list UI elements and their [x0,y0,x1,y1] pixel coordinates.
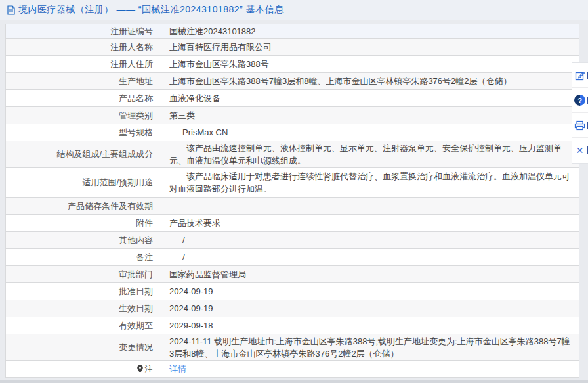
table-row: 管理类别 第三类 [6,107,579,124]
table-row: 注册证编号 国械注准20243101882 [6,24,579,39]
note-label: 注 [144,364,153,374]
row-label: 有效期至 [6,317,161,334]
table-row: 结构及组成/主要组成成分 该产品由流速控制单元、液体控制单元、显示单元、注射器泵… [6,141,579,168]
intended-use-text: 该产品临床适用于对患者进行连续性肾脏代替治疗、血浆置换治疗和血液灌流治疗。血液加… [169,170,571,195]
row-label: 审批部门 [6,266,161,283]
row-label: 生产地址 [6,73,161,90]
table-row: 注册人名称 上海百特医疗用品有限公司 [6,39,579,56]
composition-text: 该产品由流速控制单元、液体控制单元、显示单元、注射器泵单元、安全保护控制单元、压… [169,142,571,167]
edit-correction-button[interactable] [572,63,588,88]
row-value: 该产品临床适用于对患者进行连续性肾脏代替治疗、血浆置换治疗和血液灌流治疗。血液加… [161,168,579,198]
floating-side-toolbar: ? ✕ [572,62,588,164]
row-value [161,198,579,215]
row-value: 详情 [161,361,579,378]
row-label: 产品储存条件及有效期 [6,198,161,215]
help-button[interactable]: ? [572,88,588,113]
row-value: 第三类 [161,107,579,124]
edit-icon [574,70,585,81]
page-header: 境内医疗器械（注册） —— “国械注准20243101882” 基本信息 [0,0,588,20]
row-value: / [161,232,579,249]
row-label: 注 [6,361,161,378]
row-value: PrisMax CN [161,124,579,141]
table-row: 注册人住所 上海市金山区亭朱路388号 [6,56,579,73]
row-value: 产品技术要求 [161,215,579,232]
row-value: 国家药品监督管理局 [161,266,579,283]
row-value: 血液净化设备 [161,90,579,107]
model-spec-value: PrisMax CN [169,127,228,137]
row-label: 生效日期 [6,300,161,317]
row-label: 管理类别 [6,107,161,124]
row-label: 适用范围/预期用途 [6,168,161,198]
table-row: 变更情况 2024-11-11 载明生产地址由:上海市金山区亭朱路388号;载明… [6,334,579,361]
row-label: 其他内容 [6,232,161,249]
row-value: 该产品由流速控制单元、液体控制单元、显示单元、注射器泵单元、安全保护控制单元、压… [161,141,579,168]
question-icon: ? [574,95,585,106]
page-title-text: 境内医疗器械（注册） —— “国械注准20243101882” 基本信息 [18,4,284,16]
row-label: 注册人名称 [6,39,161,56]
close-toolbar-button[interactable]: ✕ [572,138,588,163]
note-pin-icon [136,365,144,373]
row-label: 附件 [6,215,161,232]
document-icon [7,5,16,15]
row-label: 注册证编号 [6,24,161,39]
printer-icon [574,120,585,131]
row-label: 批准日期 [6,283,161,300]
registration-info-table: 注册证编号 国械注准20243101882 注册人名称 上海百特医疗用品有限公司… [5,24,579,378]
close-icon: ✕ [574,145,585,156]
table-row: 产品名称 血液净化设备 [6,90,579,107]
print-button[interactable] [572,113,588,138]
other-content-value: / [169,235,185,245]
row-value: 2024-11-11 载明生产地址由:上海市金山区亭朱路388号;载明生产地址变… [161,334,579,361]
row-value: / [161,249,579,266]
table-row: 型号规格 PrisMax CN [6,124,579,141]
table-row: 适用范围/预期用途 该产品临床适用于对患者进行连续性肾脏代替治疗、血浆置换治疗和… [6,168,579,198]
table-row: 生效日期 2024-09-19 [6,300,579,317]
row-value: 2029-09-18 [161,317,579,334]
table-row: 产品储存条件及有效期 [6,198,579,215]
page-title: 境内医疗器械（注册） —— “国械注准20243101882” 基本信息 [7,4,284,16]
row-label: 注册人住所 [6,56,161,73]
row-label: 产品名称 [6,90,161,107]
row-value: 国械注准20243101882 [161,24,579,39]
table-row: 附件 产品技术要求 [6,215,579,232]
bottom-page-band [0,380,588,383]
table-row: 有效期至 2029-09-18 [6,317,579,334]
row-value: 2024-09-19 [161,283,579,300]
row-label: 备注 [6,249,161,266]
table-row: 注 详情 [6,361,579,378]
table-row: 生产地址 上海市金山区亭朱路388号7幢3层和8幢、上海市金山区亭林镇亭朱路37… [6,73,579,90]
row-label: 结构及组成/主要组成成分 [6,141,161,168]
row-value: 上海市金山区亭朱路388号7幢3层和8幢、上海市金山区亭林镇亭朱路376号2幢2… [161,73,579,90]
row-label: 型号规格 [6,124,161,141]
table-row: 其他内容 / [6,232,579,249]
registration-detail-page: 境内医疗器械（注册） —— “国械注准20243101882” 基本信息 注册证… [0,0,588,383]
row-value: 上海百特医疗用品有限公司 [161,39,579,56]
table-row: 批准日期 2024-09-19 [6,283,579,300]
table-row: 备注 / [6,249,579,266]
row-label: 变更情况 [6,334,161,361]
row-value: 上海市金山区亭朱路388号 [161,56,579,73]
row-value: 2024-09-19 [161,300,579,317]
remark-value: / [169,252,185,262]
table-row: 审批部门 国家药品监督管理局 [6,266,579,283]
details-link[interactable]: 详情 [169,364,186,374]
